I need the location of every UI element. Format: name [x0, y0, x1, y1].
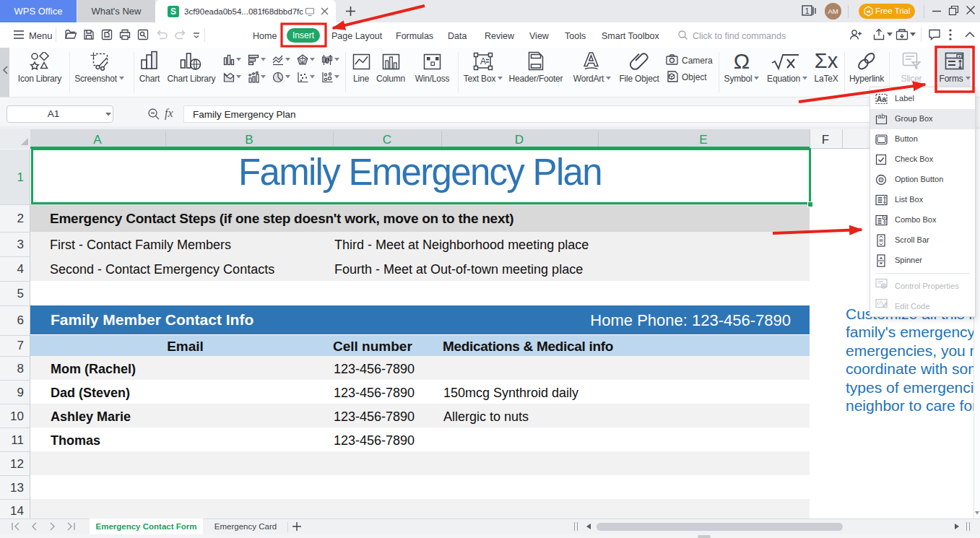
svg-text:1: 1	[805, 6, 809, 15]
svg-text:A: A	[480, 56, 486, 66]
svg-text:ab: ab	[877, 113, 885, 120]
svg-text:Aa: Aa	[877, 95, 887, 103]
